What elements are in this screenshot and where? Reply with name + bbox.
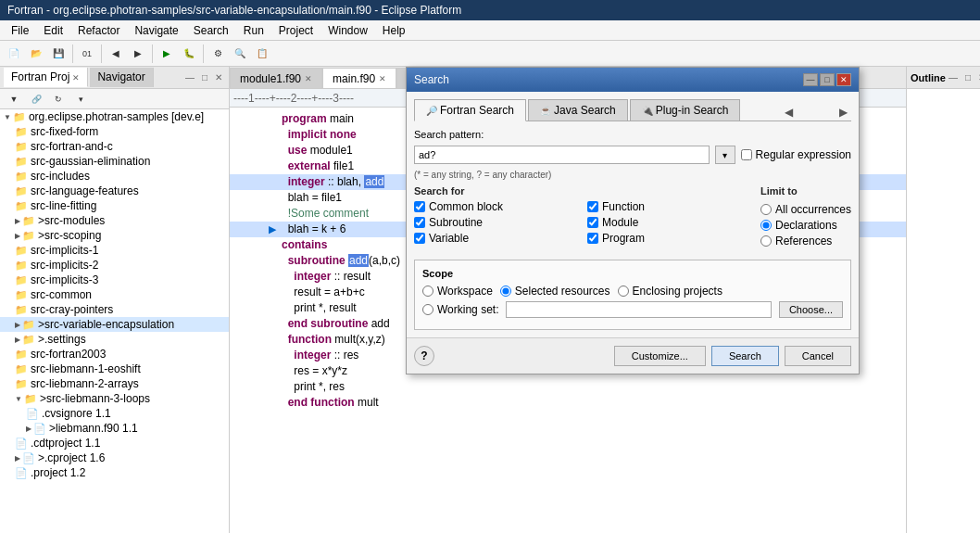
variable-label[interactable]: Variable — [414, 232, 572, 245]
toolbar-ext1-btn[interactable]: ⚙ — [207, 44, 228, 64]
all-occurrences-radio[interactable] — [760, 204, 772, 215]
list-item[interactable]: 📁 src-fixed-form — [0, 124, 229, 139]
list-item[interactable]: 📁 src-common — [0, 287, 229, 302]
list-item[interactable]: 📁 src-liebmann-1-eoshift — [0, 362, 229, 376]
toolbar-save-btn[interactable]: 💾 — [48, 44, 69, 64]
list-item[interactable]: 📄 .cdtproject 1.1 — [0, 436, 229, 451]
working-set-label[interactable]: Working set: — [422, 303, 498, 316]
menu-search[interactable]: Search — [186, 22, 236, 39]
tab-module1[interactable]: module1.f90 ✕ — [230, 68, 322, 88]
subroutine-label[interactable]: Subroutine — [414, 216, 572, 229]
selected-resources-radio[interactable] — [500, 286, 511, 297]
list-item[interactable]: ▶ 📁 >.settings — [0, 332, 229, 347]
cancel-btn[interactable]: Cancel — [785, 346, 851, 366]
declarations-label[interactable]: Declarations — [760, 219, 851, 232]
working-set-radio[interactable] — [422, 304, 433, 315]
list-item[interactable]: 📁 src-fortran2003 — [0, 347, 229, 362]
dialog-close-btn[interactable]: ✕ — [836, 73, 851, 86]
common-block-label[interactable]: Common block — [414, 200, 572, 213]
dialog-nav-prev-btn[interactable]: ◀ — [781, 104, 797, 121]
references-label[interactable]: References — [760, 235, 851, 247]
sidebar-maximize-btn[interactable]: □ — [199, 71, 210, 83]
toolbar-forward-btn[interactable]: ▶ — [128, 44, 148, 64]
list-item[interactable]: 📁 src-gaussian-elimination — [0, 154, 229, 169]
list-item[interactable]: 📄 .project 1.2 — [0, 465, 229, 480]
tab-module1-close[interactable]: ✕ — [305, 74, 312, 83]
list-item[interactable]: ▶ 📁 >src-variable-encapsulation — [0, 317, 229, 332]
toolbar-debug-btn[interactable]: 🐛 — [179, 44, 199, 64]
tab-main-close[interactable]: ✕ — [379, 74, 386, 83]
list-item[interactable]: ▶ 📄 >.cproject 1.6 — [0, 451, 229, 465]
workspace-radio[interactable] — [422, 286, 433, 297]
program-checkbox[interactable] — [587, 233, 598, 244]
module-label[interactable]: Module — [587, 216, 746, 229]
function-label[interactable]: Function — [587, 200, 746, 213]
sidebar-sync-btn[interactable]: ↻ — [48, 89, 69, 109]
customize-btn[interactable]: Customize... — [614, 346, 706, 366]
list-item[interactable]: 📁 src-line-fitting — [0, 198, 229, 213]
pattern-input[interactable] — [414, 146, 710, 164]
sidebar-collapse-btn[interactable]: ▼ — [4, 89, 24, 109]
program-label[interactable]: Program — [587, 232, 746, 245]
list-item[interactable]: ▶ 📄 >liebmann.f90 1.1 — [0, 421, 229, 436]
dialog-nav-next-btn[interactable]: ▶ — [836, 104, 851, 121]
references-radio[interactable] — [760, 235, 772, 247]
sidebar-tab-navigator[interactable]: Navigator — [90, 68, 153, 87]
sidebar-menu-btn[interactable]: ▾ — [70, 89, 91, 109]
menu-project[interactable]: Project — [271, 22, 320, 39]
toolbar-run-btn[interactable]: ▶ — [157, 44, 177, 64]
common-block-checkbox[interactable] — [414, 201, 425, 212]
toolbar-bin-btn[interactable]: 01 — [77, 44, 97, 64]
dialog-tab-java[interactable]: ☕ Java Search — [528, 99, 628, 121]
list-item[interactable]: ▶ 📁 >src-scoping — [0, 228, 229, 243]
sidebar-tab-fortran-proj[interactable]: Fortran Proj ✕ — [4, 68, 88, 87]
subroutine-checkbox[interactable] — [414, 217, 425, 228]
working-set-input[interactable] — [506, 301, 771, 318]
toolbar-open-btn[interactable]: 📂 — [26, 44, 46, 64]
menu-file[interactable]: File — [4, 22, 36, 39]
sidebar-close-btn[interactable]: ✕ — [212, 71, 225, 83]
dialog-maximize-btn[interactable]: □ — [820, 73, 835, 86]
list-item[interactable]: 📁 src-fortran-and-c — [0, 139, 229, 154]
outline-maximize-btn[interactable]: □ — [962, 71, 974, 83]
sidebar-tab-close-fortran[interactable]: ✕ — [72, 73, 80, 82]
menu-navigate[interactable]: Navigate — [127, 22, 185, 39]
regex-checkbox[interactable] — [741, 149, 752, 160]
dialog-tab-plugin[interactable]: 🔌 Plug-in Search — [630, 99, 741, 121]
enclosing-projects-label[interactable]: Enclosing projects — [618, 285, 722, 298]
menu-edit[interactable]: Edit — [36, 22, 70, 39]
menu-window[interactable]: Window — [320, 22, 375, 39]
tree-root[interactable]: ▼ 📁 org.eclipse.photran-samples [dev.e] — [0, 109, 229, 124]
function-checkbox[interactable] — [587, 201, 598, 212]
workspace-label[interactable]: Workspace — [422, 285, 493, 298]
selected-resources-label[interactable]: Selected resources — [500, 285, 610, 298]
toolbar-back-btn[interactable]: ◀ — [106, 44, 126, 64]
list-item[interactable]: 📁 src-implicits-3 — [0, 273, 229, 287]
declarations-radio[interactable] — [760, 220, 772, 231]
list-item[interactable]: ▼ 📁 >src-liebmann-3-loops — [0, 391, 229, 406]
list-item[interactable]: 📄 .cvsignore 1.1 — [0, 406, 229, 421]
pattern-dropdown-btn[interactable]: ▾ — [715, 146, 735, 164]
outline-minimize-btn[interactable]: — — [946, 71, 961, 83]
list-item[interactable]: 📁 src-implicits-2 — [0, 258, 229, 273]
menu-refactor[interactable]: Refactor — [70, 22, 127, 39]
list-item[interactable]: 📁 src-language-features — [0, 184, 229, 198]
tab-main[interactable]: main.f90 ✕ — [322, 68, 396, 88]
sidebar-link-btn[interactable]: 🔗 — [26, 89, 46, 109]
all-occurrences-label[interactable]: All occurrences — [760, 203, 851, 216]
search-btn[interactable]: Search — [711, 346, 779, 366]
enclosing-projects-radio[interactable] — [618, 286, 629, 297]
toolbar-ext3-btn[interactable]: 📋 — [252, 44, 272, 64]
toolbar-ext2-btn[interactable]: 🔍 — [230, 44, 250, 64]
sidebar-minimize-btn[interactable]: — — [182, 71, 197, 83]
list-item[interactable]: 📁 src-cray-pointers — [0, 302, 229, 317]
variable-checkbox[interactable] — [414, 233, 425, 244]
module-checkbox[interactable] — [587, 217, 598, 228]
outline-close-btn[interactable]: ✕ — [975, 71, 980, 83]
dialog-minimize-btn[interactable]: — — [803, 73, 818, 86]
regex-checkbox-label[interactable]: Regular expression — [741, 148, 851, 161]
list-item[interactable]: 📁 src-implicits-1 — [0, 243, 229, 258]
choose-btn[interactable]: Choose... — [779, 301, 843, 318]
toolbar-new-btn[interactable]: 📄 — [4, 44, 24, 64]
menu-run[interactable]: Run — [236, 22, 271, 39]
